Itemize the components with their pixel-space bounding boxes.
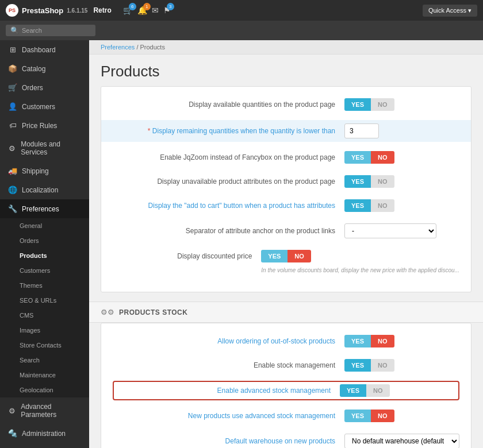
label-jqzoom: Enable JqZoom instead of Fancybox on the…	[113, 153, 344, 161]
sidebar-sub-cms[interactable]: CMS	[0, 308, 89, 323]
stock-section-header: ⚙⚙ PRODUCTS STOCK	[89, 302, 483, 323]
toggle-no-enable-stock[interactable]: NO	[371, 359, 394, 372]
sidebar-item-localization[interactable]: 🌐 Localization	[0, 180, 89, 199]
topbar: PS PrestaShop 1.6.1.15 Retro 🛒6 🔔1 ✉ ⚑3 …	[0, 0, 483, 21]
toggle-yes-display-quantities[interactable]: YES	[344, 98, 371, 111]
sidebar-item-modules[interactable]: ⚙ Modules and Services	[0, 135, 89, 161]
quick-access-button[interactable]: Quick Access ▾	[423, 5, 477, 17]
sidebar-label-shipping: Shipping	[22, 167, 49, 175]
toggle-no-advanced-stock[interactable]: NO	[366, 384, 390, 397]
toggle-allow-ordering: YES NO	[344, 335, 394, 347]
localization-icon: 🌐	[8, 186, 17, 194]
toggle-display-quantities: YES NO	[344, 98, 394, 111]
dashboard-icon: ⊞	[8, 45, 17, 54]
sidebar-sub-images[interactable]: Images	[0, 323, 89, 338]
sidebar-label-dashboard: Dashboard	[22, 46, 56, 54]
ctrl-discounted-price: YES NO In the volume discounts board, di…	[261, 250, 459, 273]
label-display-quantities: Display available quantities on the prod…	[113, 101, 344, 109]
main-panel-body: Display available quantities on the prod…	[101, 87, 471, 292]
sidebar-label-preferences: Preferences	[22, 205, 59, 213]
sidebar-item-customers[interactable]: 👤 Customers	[0, 97, 89, 116]
sidebar-label-administration: Administration	[22, 430, 66, 438]
sidebar-sub-customers[interactable]: Customers	[0, 263, 89, 278]
input-remaining-quantities[interactable]	[344, 123, 379, 138]
sidebar-item-orders[interactable]: 🛒 Orders	[0, 78, 89, 97]
toggle-no-add-to-cart[interactable]: NO	[371, 199, 394, 212]
toggle-no-new-products[interactable]: NO	[371, 410, 394, 422]
sidebar-item-preferences[interactable]: 🔧 Preferences	[0, 199, 89, 218]
sidebar-sub-themes[interactable]: Themes	[0, 278, 89, 293]
toggle-yes-unavailable[interactable]: YES	[344, 175, 371, 188]
logo-text: PrestaShop	[22, 6, 63, 15]
toggle-advanced-stock: YES NO	[340, 384, 390, 397]
sidebar-item-catalog[interactable]: 📦 Catalog	[0, 59, 89, 78]
toggle-yes-discounted[interactable]: YES	[261, 250, 288, 262]
ctrl-add-to-cart: YES NO	[344, 199, 459, 212]
stock-section-title: PRODUCTS STOCK	[119, 308, 187, 316]
sidebar-sub-orders[interactable]: Orders	[0, 233, 89, 248]
ctrl-default-warehouse: No default warehouse (default setting)	[344, 434, 459, 448]
label-advanced-stock: Enable advanced stock management	[117, 387, 340, 395]
search-input[interactable]	[22, 27, 91, 34]
toggle-yes-add-to-cart[interactable]: YES	[344, 199, 371, 212]
sidebar-sub-maintenance[interactable]: Maintenance	[0, 368, 89, 383]
advanced-icon: ⚙	[8, 407, 16, 415]
toggle-yes-new-products[interactable]: YES	[344, 410, 371, 422]
topbar-icons: 🛒6 🔔1 ✉ ⚑3	[123, 6, 171, 15]
toggle-no-unavailable[interactable]: NO	[371, 175, 394, 188]
sidebar-label-localization: Localization	[22, 186, 58, 194]
stock-panel: Allow ordering of out-of-stock products …	[101, 323, 471, 448]
toggle-yes-jqzoom[interactable]: YES	[344, 151, 371, 164]
main-panel: Display available quantities on the prod…	[101, 86, 471, 292]
breadcrumb-parent[interactable]: Preferences	[101, 44, 135, 51]
toggle-yes-enable-stock[interactable]: YES	[344, 359, 371, 372]
toggle-no-jqzoom[interactable]: NO	[371, 151, 394, 164]
toggle-no-display-quantities[interactable]: NO	[371, 98, 394, 111]
version-text: 1.6.1.15	[67, 7, 87, 14]
sidebar-item-shipping[interactable]: 🚚 Shipping	[0, 161, 89, 180]
toggle-unavailable-attributes: YES NO	[344, 175, 394, 188]
toggle-add-to-cart: YES NO	[344, 199, 394, 212]
sidebar-item-price-rules[interactable]: 🏷 Price Rules	[0, 116, 89, 135]
logo: PS PrestaShop 1.6.1.15 Retro	[6, 4, 112, 17]
select-separator[interactable]: - _ |	[344, 223, 436, 238]
sidebar-sub-search[interactable]: Search	[0, 353, 89, 368]
sidebar-label-customers: Customers	[22, 103, 55, 111]
sidebar-item-advanced-parameters[interactable]: ⚙ Advanced Parameters	[0, 397, 89, 424]
sidebar-item-administration[interactable]: 🔩 Administration	[0, 424, 89, 443]
toggle-enable-stock: YES NO	[344, 359, 394, 372]
sidebar-sub-products[interactable]: Products	[0, 248, 89, 263]
ctrl-unavailable-attributes: YES NO	[344, 175, 459, 188]
label-allow-ordering: Allow ordering of out-of-stock products	[113, 337, 344, 345]
label-add-to-cart: Display the "add to cart" button when a …	[113, 202, 344, 210]
envelope-icon-btn[interactable]: ✉	[152, 6, 159, 15]
label-enable-stock: Enable stock management	[113, 361, 344, 369]
sidebar-sub-geolocation[interactable]: Geolocation	[0, 383, 89, 397]
ctrl-separator: - _ |	[344, 223, 459, 238]
sidebar-sub-general[interactable]: General	[0, 218, 89, 233]
page-header: Products	[89, 55, 483, 86]
row-allow-ordering: Allow ordering of out-of-stock products …	[113, 333, 459, 350]
ctrl-enable-stock: YES NO	[344, 359, 459, 372]
label-remaining-quantities: * Display remaining quantities when the …	[113, 127, 344, 135]
sidebar-sub-store-contacts[interactable]: Store Contacts	[0, 338, 89, 353]
toggle-no-allow-ordering[interactable]: NO	[371, 335, 394, 347]
toggle-no-discounted[interactable]: NO	[288, 250, 311, 262]
row-remaining-quantities: * Display remaining quantities when the …	[101, 120, 471, 142]
row-display-quantities: Display available quantities on the prod…	[113, 96, 459, 113]
page-title: Products	[101, 63, 471, 80]
toggle-yes-allow-ordering[interactable]: YES	[344, 335, 371, 347]
sidebar-item-stats[interactable]: 📊 Stats	[0, 443, 89, 448]
sidebar-sub-seo[interactable]: SEO & URLs	[0, 293, 89, 308]
breadcrumb-current: Products	[140, 44, 165, 51]
toggle-yes-advanced-stock[interactable]: YES	[340, 384, 366, 397]
select-default-warehouse[interactable]: No default warehouse (default setting)	[344, 434, 459, 448]
cart-icon-btn[interactable]: 🛒6	[123, 6, 133, 15]
sidebar-item-dashboard[interactable]: ⊞ Dashboard	[0, 40, 89, 59]
ctrl-allow-ordering: YES NO	[344, 335, 459, 347]
flag-icon-btn[interactable]: ⚑3	[163, 6, 171, 15]
logo-icon: PS	[6, 4, 18, 17]
bell-icon-btn[interactable]: 🔔1	[137, 6, 147, 15]
content-area: Preferences / Products Products Display …	[89, 40, 483, 448]
ctrl-remaining-quantities	[344, 123, 459, 138]
